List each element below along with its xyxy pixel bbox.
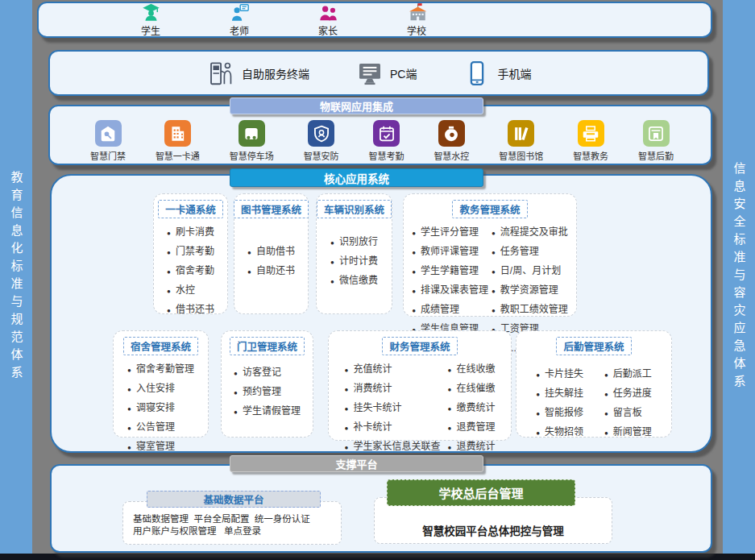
terminal-label: 手机端 [497,65,531,81]
list-item: 智能报修 [536,404,583,423]
list-item: 新闻管理 [604,423,652,442]
user-item-student: 学生 [116,2,185,37]
item-list: 自助借书自助还书 [247,243,295,281]
item-list: 后勤派工任务进度留言板新闻管理 [604,365,652,442]
school-icon [407,2,427,23]
list-item: 预约管理 [234,383,301,402]
parents-icon [318,2,338,23]
support-panel: 基础数据平台 基础数据管理 平台全局配置 统一身份认证用户账户与权限管理 单点登… [50,464,712,553]
books-icon [508,120,534,147]
list-item: 后勤派工 [604,365,652,384]
car-icon [239,120,265,147]
list-item: 访客登记 [234,363,301,383]
system-box-academic: 教务管理系统 学生评分管理教师评课管理学生学籍管理排课及课表管理成绩管理学生信息… [403,193,577,317]
list-item: 日/周、月计划 [492,262,568,281]
list-item: 缴费统计 [448,399,496,418]
printer-icon [578,120,604,147]
user-label: 家长 [318,23,338,37]
list-item: 公告管理 [127,418,194,438]
list-item: 在线催缴 [448,380,496,399]
list-item: 流程提交及审批 [492,223,568,243]
iot-label: 智慧停车场 [230,149,274,162]
teacher-icon [230,2,250,23]
list-item: 充值统计 [345,360,445,380]
item-list: 识别放行计时计费微信缴费 [330,233,378,291]
system-box-one-card: 一卡通系统 刷卡消费门禁考勤宿舍考勤水控借书还书 [153,193,228,314]
iot-item-water-control: 智慧水控 [434,120,469,162]
list-item: 水控 [167,281,214,301]
system-box-vehicle: 车辆识别系统 识别放行计时计费微信缴费 [316,193,392,314]
terminal-label: 自助服务终端 [242,65,309,81]
user-label: 老师 [230,23,249,37]
list-item: 宿舍考勤 [167,262,214,281]
system-box-title: 一卡通系统 [158,200,223,218]
iot-item-parking: 智慧停车场 [230,120,274,162]
system-box-title: 宿舍管理系统 [123,337,198,355]
iot-label: 智慧后勤 [638,149,674,162]
base-data-platform-text: 基础数据管理 平台全局配置 统一身份认证用户账户与权限管理 单点登录 [133,513,336,537]
shield-icon [308,120,334,147]
list-item: 借书还书 [167,301,214,320]
water-jar-icon [438,120,465,147]
system-box-title: 财务管理系统 [382,337,457,355]
iot-label: 智慧考勤 [369,149,404,162]
user-label: 学生 [141,23,160,37]
iot-item-access-control: 智慧门禁 [90,120,126,162]
terminal-label: PC端 [390,65,417,81]
iot-label: 智慧水控 [434,149,469,162]
system-box-title: 图书管理系统 [234,200,309,218]
list-item: 学生评分管理 [412,223,488,243]
list-item: 自助借书 [247,243,295,262]
list-item: 学生学籍管理 [412,262,488,281]
calendar-check-icon [373,120,400,147]
right-rail: 信息安全标准与容灾应急体系 [723,0,755,554]
smart-campus-architecture-diagram: 教育信息化标准与规范体系 信息安全标准与容灾应急体系 学生 老师 [0,0,755,560]
users-panel: 学生 老师 家长 [37,2,712,38]
iot-label: 智慧门禁 [90,149,126,162]
iot-item-attendance: 智慧考勤 [369,120,404,162]
user-item-parents: 家长 [293,2,363,37]
kiosk-icon [208,60,235,87]
item-list: 刷卡消费门禁考勤宿舍考勤水控借书还书 [167,223,214,320]
system-box-library: 图书管理系统 自助借书自助还书 [234,193,309,314]
terminal-item-pc: PC端 [356,60,417,87]
system-box-finance: 财务管理系统 充值统计消费统计挂失卡统计补卡统计学生家长信息关联查询统计 在线收… [328,330,512,441]
iot-item-library: 智慧图书馆 [499,120,543,162]
iot-item-one-card: 智慧一卡通 [156,120,200,162]
list-item: 挂失卡统计 [345,399,445,418]
system-box-title: 门卫管理系统 [230,337,305,355]
list-item: 挂失解挂 [536,384,583,404]
list-item: 失物招领 [536,423,583,442]
list-item: 调寝安排 [127,399,194,418]
list-item: 基础数据管理 平台全局配置 统一身份认证 [133,513,336,525]
list-item: 寝室管理 [127,438,194,457]
iot-label: 智慧安防 [304,149,339,162]
list-item: 识别放行 [330,233,378,252]
list-item: 退费管理 [448,418,496,438]
building-icon [164,120,191,147]
list-item: 计时计费 [330,252,378,272]
item-list: 卡片挂失挂失解挂智能报修失物招领 [536,365,583,442]
iot-label: 智慧图书馆 [499,149,543,162]
iot-item-security: 智慧安防 [304,120,339,162]
iot-label: 智慧教务 [573,149,608,162]
system-box-title: 后勤管理系统 [556,337,631,355]
phone-icon [463,60,491,87]
list-item: 入住安排 [127,380,194,399]
system-box-gatekeeper: 门卫管理系统 访客登记预约管理学生请假管理 [221,330,313,438]
iot-item-academic: 智慧教务 [573,120,608,162]
list-item: 教师评课管理 [412,243,488,262]
user-label: 学校 [407,23,426,37]
terminal-item-kiosk: 自助服务终端 [208,60,309,87]
core-panel: 一卡通系统 刷卡消费门禁考勤宿舍考勤水控借书还书 图书管理系统 自助借书自助还书… [50,174,712,453]
list-item: 消费统计 [345,380,445,399]
support-section-header: 支撑平台 [230,455,483,472]
left-rail: 教育信息化标准与规范体系 [0,0,32,554]
item-list: 访客登记预约管理学生请假管理 [234,363,301,421]
list-item: 教学资源管理 [492,281,568,301]
list-item: 成绩管理 [412,301,488,320]
system-box-dormitory: 宿舍管理系统 宿舍考勤管理入住安排调寝安排公告管理寝室管理 [113,330,209,438]
school-admin-desc: 智慧校园平台总体把控与管理 [375,522,612,538]
bottom-strip [0,554,755,560]
right-rail-label: 信息安全标准与容灾应急体系 [731,162,748,392]
